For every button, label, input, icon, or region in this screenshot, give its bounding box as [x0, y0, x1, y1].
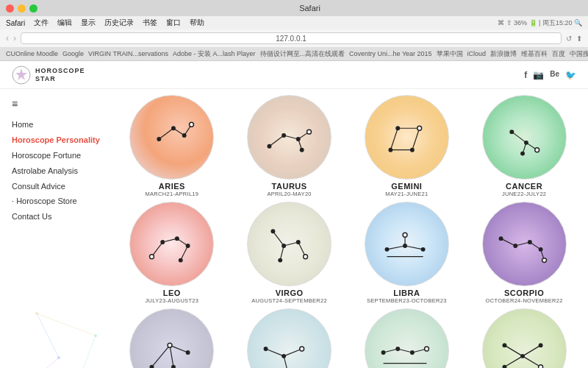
- sign-dates-gemini: MAY21-JUNE21: [385, 191, 428, 197]
- tab-virgin[interactable]: VIRGIN TRAIN...servations: [88, 50, 168, 57]
- sign-circle-gemini: [365, 95, 449, 180]
- sign-circle-pieces: [482, 308, 567, 368]
- tab-baidu[interactable]: 百度: [552, 49, 565, 59]
- svg-point-89: [282, 354, 286, 358]
- menu-window[interactable]: 窗口: [166, 18, 181, 28]
- tab-wiki[interactable]: 维基百科: [521, 49, 548, 59]
- browser-chrome: Safari Safari 文件 编辑 显示 历史记录 书签 窗口 帮助 ⌘ ⇧…: [0, 0, 588, 61]
- signs-grid: ARIESMARCH21-APRIL19 TAURUSAPRIL20-MAY20…: [114, 89, 588, 368]
- svg-point-84: [171, 365, 176, 368]
- site-content: HOROSCOPE STAR f 📷 Be 🐦 ≡ Home Horoscope…: [0, 61, 588, 368]
- svg-point-97: [395, 347, 400, 351]
- svg-line-61: [387, 246, 405, 250]
- sign-item-aries[interactable]: ARIESMARCH21-APRIL19: [114, 95, 230, 200]
- svg-line-70: [515, 242, 530, 246]
- tab-icloud[interactable]: iCloud: [467, 50, 487, 57]
- tab-coventry[interactable]: Coventry Uni...he Year 2015: [349, 50, 432, 57]
- constellation-pieces: [483, 309, 566, 368]
- svg-line-62: [405, 246, 423, 250]
- facebook-icon[interactable]: f: [524, 70, 527, 80]
- menu-edit[interactable]: 编辑: [57, 18, 72, 28]
- back-button[interactable]: ‹: [6, 33, 9, 43]
- forward-button[interactable]: ›: [13, 33, 16, 43]
- svg-point-105: [520, 354, 525, 358]
- nav-horoscope-fortune[interactable]: Horoscope Fortune: [12, 148, 102, 163]
- menu-file[interactable]: 文件: [34, 18, 49, 28]
- sign-item-virgo[interactable]: VIRGOAUGUST24-SEPTEMBER22: [232, 202, 348, 307]
- svg-point-88: [264, 347, 268, 351]
- nav-horoscope-store[interactable]: Horoscope Store: [12, 194, 102, 209]
- svg-point-32: [388, 148, 392, 152]
- svg-line-102: [504, 356, 523, 367]
- sign-circle-libra: [365, 202, 449, 286]
- sign-item-sagittarius[interactable]: SAGITTARIUSNOVEMBER23-DECEMBER21: [114, 308, 230, 368]
- menu-safari[interactable]: Safari: [6, 19, 25, 27]
- tab-design[interactable]: 待循设计网至...高清在线观看: [260, 49, 345, 59]
- svg-line-78: [152, 345, 171, 367]
- tab-cuonline[interactable]: CUOnline Moodle: [6, 50, 58, 57]
- sign-name-scorpio: SCORPIO: [504, 289, 544, 297]
- sign-item-taurus[interactable]: TAURUSAPRIL20-MAY20: [232, 95, 348, 200]
- sign-dates-taurus: APRIL20-MAY20: [267, 191, 311, 197]
- sign-item-libra[interactable]: LIBRASEPTEMBER23-OCTOBER23: [349, 202, 465, 307]
- svg-point-24: [282, 133, 286, 138]
- svg-line-53: [284, 242, 298, 246]
- tab-google[interactable]: Google: [62, 50, 84, 57]
- fullscreen-button[interactable]: [29, 4, 37, 13]
- menu-help[interactable]: 帮助: [190, 18, 204, 28]
- svg-point-76: [538, 247, 542, 252]
- svg-point-59: [304, 255, 308, 259]
- hamburger-menu[interactable]: ≡: [12, 98, 102, 110]
- svg-point-34: [410, 148, 415, 152]
- svg-point-51: [179, 258, 183, 263]
- svg-point-23: [268, 144, 272, 149]
- sign-item-capricorn[interactable]: CAPRICORNDECEMBER22-JANUARY19: [232, 308, 348, 368]
- svg-point-83: [186, 350, 190, 355]
- svg-point-99: [424, 347, 429, 351]
- svg-line-19: [270, 135, 284, 146]
- twitter-icon[interactable]: 🐦: [565, 70, 576, 80]
- share-icon[interactable]: ⬆: [576, 35, 582, 43]
- tab-adobe[interactable]: Adobe - 安装 A...lash Player: [173, 49, 256, 59]
- nav-horoscope-personality[interactable]: Horoscope Personality: [12, 132, 102, 148]
- sign-circle-capricorn: [247, 308, 331, 368]
- nav-contact-us[interactable]: Contact Us: [12, 209, 102, 224]
- sign-item-scorpio[interactable]: SCORPIOOCTOBER24-NOVEMBER22: [466, 202, 582, 307]
- sign-dates-leo: JULY23-AUGUST23: [146, 297, 199, 304]
- nav-consult-advice[interactable]: Consult Advice: [12, 179, 102, 194]
- refresh-icon[interactable]: ↺: [566, 35, 572, 43]
- logo-area: HOROSCOPE STAR: [12, 66, 85, 85]
- svg-point-17: [182, 133, 187, 138]
- menu-history[interactable]: 历史记录: [104, 18, 134, 28]
- svg-point-58: [296, 240, 301, 244]
- svg-point-39: [509, 130, 514, 134]
- svg-point-60: [278, 258, 282, 263]
- svg-point-96: [381, 350, 385, 355]
- tab-sogou[interactable]: 中国搜索: [570, 49, 588, 59]
- url-bar[interactable]: 127.0.0.1: [21, 32, 562, 44]
- tabs-bar: CUOnline Moodle Google VIRGIN TRAIN...se…: [0, 47, 588, 60]
- instagram-icon[interactable]: 📷: [533, 70, 544, 80]
- nav-home[interactable]: Home: [12, 117, 102, 132]
- sign-item-gemini[interactable]: GEMINIMAY21-JUNE21: [349, 95, 465, 200]
- minimize-button[interactable]: [18, 4, 26, 13]
- window-title: Safari: [37, 4, 582, 13]
- constellation-gemini: [365, 96, 448, 179]
- svg-point-47: [150, 255, 154, 259]
- menu-bookmarks[interactable]: 书签: [143, 18, 157, 28]
- behance-icon[interactable]: Be: [550, 70, 559, 80]
- sign-circle-aquarius: [365, 308, 449, 368]
- menu-view[interactable]: 显示: [81, 18, 96, 28]
- star-background: [0, 269, 114, 368]
- nav-astrolabe-analysis[interactable]: Astrolabe Analysis: [12, 163, 102, 179]
- tab-apple[interactable]: 苹果中国: [437, 49, 463, 59]
- sign-item-leo[interactable]: LEOJULY23-AUGUST23: [114, 202, 230, 307]
- sign-item-cancer[interactable]: CANCERJUNE22-JULY22: [466, 95, 582, 200]
- svg-line-69: [501, 238, 515, 246]
- sign-item-pieces[interactable]: PIECESFEBRUARY19-MARCH20: [466, 308, 582, 368]
- close-button[interactable]: [6, 4, 14, 13]
- svg-point-8: [57, 356, 60, 359]
- sign-item-aquarius[interactable]: AQUARIUSJANUARY20-FEBRUARY18: [349, 308, 465, 368]
- tab-weibo[interactable]: 新浪微博: [490, 49, 517, 59]
- sign-dates-scorpio: OCTOBER24-NOVEMBER22: [486, 297, 563, 304]
